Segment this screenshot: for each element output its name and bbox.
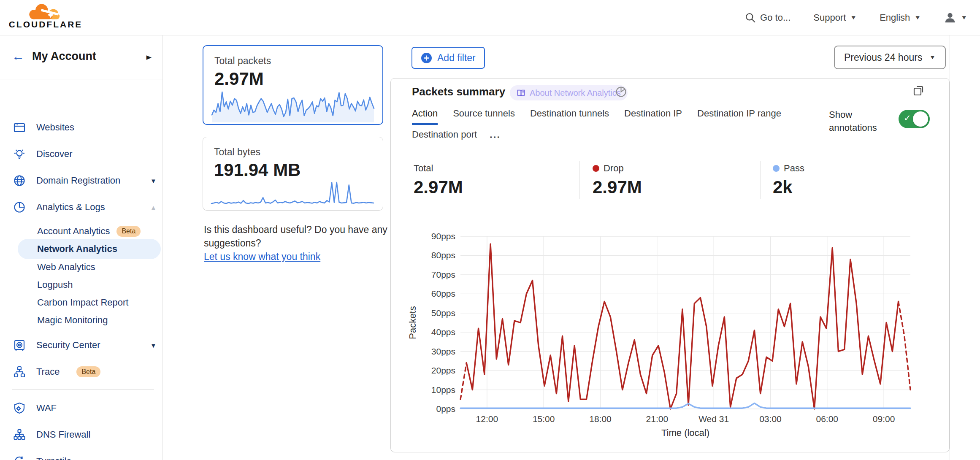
sidebar-item-carbon-impact-report[interactable]: Carbon Impact Report bbox=[37, 295, 128, 310]
svg-text:80pps: 80pps bbox=[431, 250, 455, 260]
globe-icon bbox=[13, 174, 26, 187]
chevron-right-icon[interactable]: ▶ bbox=[146, 54, 152, 60]
sidebar-item-web-analytics[interactable]: Web Analytics bbox=[37, 260, 95, 275]
sidebar-item-magic-monitoring[interactable]: Magic Monitoring bbox=[37, 313, 108, 328]
about-network-analytics-badge[interactable]: About Network Analytics bbox=[510, 85, 628, 100]
pass-legend-dot bbox=[773, 165, 780, 172]
sidebar-item-security-center[interactable]: Security Center ▼ bbox=[13, 336, 100, 354]
beta-badge: Beta bbox=[76, 366, 100, 377]
user-icon bbox=[944, 11, 956, 24]
stat-label: Pass bbox=[784, 163, 804, 174]
plus-circle-icon bbox=[421, 52, 432, 64]
support-label: Support bbox=[813, 12, 846, 23]
tab-destination-ip-range[interactable]: Destination IP range bbox=[697, 106, 781, 121]
logo-wordmark: CLOUDFLARE bbox=[8, 19, 84, 30]
svg-text:15:00: 15:00 bbox=[533, 414, 555, 424]
sidebar-item-dns-firewall[interactable]: DNS Firewall bbox=[13, 425, 90, 444]
tab-destination-ip[interactable]: Destination IP bbox=[624, 106, 682, 121]
support-menu[interactable]: Support ▼ bbox=[813, 12, 857, 23]
chevron-down-icon: ▼ bbox=[961, 14, 967, 21]
cloudflare-cloud-icon bbox=[25, 2, 66, 21]
svg-text:Wed 31: Wed 31 bbox=[698, 414, 729, 424]
add-filter-label: Add filter bbox=[437, 52, 476, 64]
sidebar-item-label: Turnstile bbox=[36, 456, 72, 460]
feedback-block: Is this dashboard useful? Do you have an… bbox=[204, 223, 390, 263]
language-label: English bbox=[880, 12, 910, 23]
add-filter-button[interactable]: Add filter bbox=[411, 47, 485, 69]
sidebar-item-account-analytics[interactable]: Account Analytics Beta bbox=[37, 224, 141, 239]
card-title: Total bytes bbox=[214, 146, 260, 158]
tab-action[interactable]: Action bbox=[412, 106, 438, 121]
sidebar-item-network-analytics[interactable]: Network Analytics bbox=[18, 239, 161, 259]
show-annotations-label: Show annotations bbox=[829, 108, 888, 134]
sidebar-item-analytics-logs[interactable]: Analytics & Logs ▲ bbox=[13, 198, 105, 216]
sidebar-item-waf[interactable]: WAF bbox=[13, 399, 57, 417]
expand-icon[interactable] bbox=[913, 84, 925, 96]
sidebar-item-logpush[interactable]: Logpush bbox=[37, 277, 73, 292]
svg-text:40pps: 40pps bbox=[431, 327, 455, 337]
stat-value: 2.97M bbox=[593, 177, 642, 198]
sidebar-item-websites[interactable]: Websites bbox=[13, 118, 74, 137]
check-icon: ✓ bbox=[904, 113, 911, 123]
sidebar-item-label: Logpush bbox=[37, 279, 73, 290]
svg-text:70pps: 70pps bbox=[431, 270, 455, 279]
tab-bar: Action Source tunnels Destination tunnel… bbox=[412, 106, 781, 121]
svg-text:60pps: 60pps bbox=[431, 289, 455, 298]
cloudflare-logo[interactable]: CLOUDFLARE bbox=[8, 2, 84, 30]
back-arrow-icon[interactable]: ← bbox=[12, 49, 24, 63]
shield-gear-icon bbox=[13, 401, 26, 415]
lightbulb-icon bbox=[13, 147, 26, 161]
sidebar-item-label: Trace bbox=[36, 366, 60, 377]
network-tree-icon bbox=[13, 428, 26, 441]
tab-source-tunnels[interactable]: Source tunnels bbox=[453, 106, 515, 121]
time-range-select[interactable]: Previous 24 hours ▼ bbox=[834, 46, 946, 69]
stat-value: 2.97M bbox=[414, 177, 463, 198]
total-bytes-card[interactable]: Total bytes 191.94 MB bbox=[203, 137, 383, 211]
sidebar-item-label: Web Analytics bbox=[37, 262, 95, 273]
more-tabs-icon[interactable]: ... bbox=[490, 129, 501, 141]
sidebar-item-label: DNS Firewall bbox=[36, 429, 90, 440]
drop-legend-dot bbox=[593, 165, 599, 172]
chevron-down-icon: ▼ bbox=[914, 14, 921, 21]
sidebar-item-discover[interactable]: Discover bbox=[13, 145, 73, 163]
panel-title: Packets summary bbox=[412, 85, 505, 98]
safe-icon bbox=[13, 338, 26, 352]
svg-text:09:00: 09:00 bbox=[873, 414, 895, 424]
show-annotations-toggle[interactable]: ✓ bbox=[899, 110, 930, 128]
sidebar-item-turnstile[interactable]: Turnstile bbox=[13, 452, 72, 460]
sidebar-item-label: Magic Monitoring bbox=[37, 315, 108, 326]
svg-text:18:00: 18:00 bbox=[589, 414, 612, 424]
sidebar-item-label: Domain Registration bbox=[36, 175, 120, 186]
account-title[interactable]: My Account bbox=[32, 50, 96, 63]
svg-text:06:00: 06:00 bbox=[816, 414, 839, 424]
about-badge-label: About Network Analytics bbox=[530, 88, 621, 98]
trace-icon bbox=[13, 365, 26, 379]
sidebar-item-label: Carbon Impact Report bbox=[37, 297, 128, 308]
feedback-link[interactable]: Let us know what you think bbox=[204, 251, 320, 262]
chevron-down-icon: ▼ bbox=[929, 54, 936, 60]
tab-destination-tunnels[interactable]: Destination tunnels bbox=[530, 106, 609, 121]
total-bytes-sparkline bbox=[211, 180, 374, 207]
time-travel-icon[interactable] bbox=[615, 86, 627, 97]
sidebar-item-label: Security Center bbox=[36, 340, 100, 351]
search-icon bbox=[745, 12, 756, 23]
feedback-question: Is this dashboard useful? Do you have an… bbox=[204, 223, 390, 250]
stat-drop: Drop 2.97M bbox=[593, 163, 642, 198]
packets-chart: 0pps10pps20pps30pps40pps50pps60pps70pps8… bbox=[401, 228, 946, 441]
total-packets-card[interactable]: Total packets 2.97M bbox=[203, 45, 383, 125]
sidebar-item-domain-registration[interactable]: Domain Registration ▼ bbox=[13, 171, 120, 190]
sidebar-divider bbox=[12, 389, 154, 390]
sidebar-item-trace[interactable]: Trace Beta bbox=[13, 363, 100, 381]
stat-label: Drop bbox=[604, 163, 624, 174]
goto-search[interactable]: Go to... bbox=[745, 12, 790, 23]
language-menu[interactable]: English ▼ bbox=[880, 12, 921, 23]
svg-text:03:00: 03:00 bbox=[759, 414, 782, 424]
card-title: Total packets bbox=[214, 55, 271, 67]
svg-text:0pps: 0pps bbox=[436, 404, 455, 414]
account-menu[interactable]: ▼ bbox=[944, 11, 967, 24]
svg-text:Time (local): Time (local) bbox=[661, 428, 709, 438]
pie-chart-icon bbox=[13, 200, 26, 214]
stat-divider bbox=[579, 161, 580, 199]
svg-text:12:00: 12:00 bbox=[476, 414, 498, 424]
tab-destination-port[interactable]: Destination port bbox=[412, 127, 477, 142]
